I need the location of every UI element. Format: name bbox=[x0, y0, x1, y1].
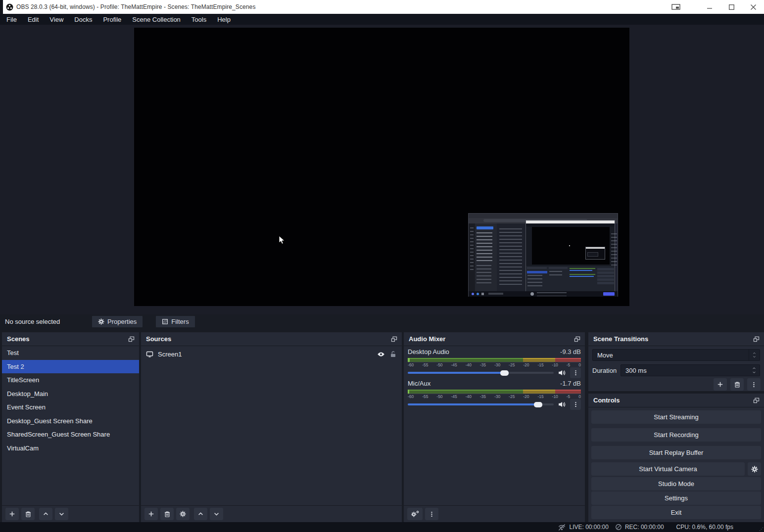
scene-item-desktop-main[interactable]: Desktop_Main bbox=[2, 387, 139, 401]
button-label: Start Recording bbox=[654, 431, 698, 439]
audio-mixer-panel: Audio Mixer Desktop Audio -9.3 dB -60-55… bbox=[404, 332, 585, 522]
add-transition-button[interactable] bbox=[714, 378, 727, 391]
spinbox-arrows-icon[interactable] bbox=[750, 365, 759, 376]
volume-slider-handle[interactable] bbox=[534, 402, 542, 407]
volume-slider[interactable] bbox=[408, 372, 554, 374]
source-item-screen1[interactable]: Screen1 bbox=[141, 347, 402, 361]
move-scene-down-button[interactable] bbox=[55, 508, 68, 520]
meter-scale: -60-55-50-45-40-35-30-25-20-15-10-50 bbox=[408, 394, 581, 399]
scene-label: TitleScreen bbox=[7, 376, 39, 384]
add-scene-button[interactable] bbox=[5, 508, 19, 520]
window-title: OBS 28.0.3 (64-bit, windows) - Profile: … bbox=[16, 3, 665, 10]
maximize-button[interactable] bbox=[720, 0, 742, 14]
close-button[interactable] bbox=[742, 0, 764, 14]
sources-toolbar bbox=[141, 505, 402, 522]
mixer-channel-mic-aux: Mic/Aux -1.7 dB -60-55-50-45-40-35-30-25… bbox=[404, 380, 585, 408]
virtual-camera-settings-button[interactable] bbox=[748, 462, 761, 476]
remove-source-button[interactable] bbox=[160, 508, 174, 520]
menu-help[interactable]: Help bbox=[212, 14, 236, 25]
button-label: Studio Mode bbox=[658, 480, 694, 488]
meter-scale: -60-55-50-45-40-35-30-25-20-15-10-50 bbox=[408, 362, 581, 367]
remove-transition-button[interactable] bbox=[730, 378, 744, 391]
exit-button[interactable]: Exit bbox=[591, 506, 761, 519]
scene-transitions-header[interactable]: Scene Transitions bbox=[588, 332, 764, 346]
menu-tools[interactable]: Tools bbox=[186, 14, 212, 25]
move-scene-up-button[interactable] bbox=[39, 508, 52, 520]
menu-profile[interactable]: Profile bbox=[97, 14, 127, 25]
scene-item-test[interactable]: Test bbox=[2, 346, 139, 360]
controls-title: Controls bbox=[593, 397, 620, 404]
dock-preview-icon[interactable] bbox=[665, 0, 687, 14]
popout-icon[interactable] bbox=[753, 397, 760, 404]
studio-mode-button[interactable]: Studio Mode bbox=[591, 477, 761, 490]
monitor-icon bbox=[146, 351, 153, 358]
minimize-button[interactable] bbox=[699, 0, 720, 14]
transition-select[interactable]: Move bbox=[592, 349, 760, 361]
scene-label: Test 2 bbox=[7, 363, 24, 370]
controls-header[interactable]: Controls bbox=[588, 394, 764, 407]
scene-item-desktop-guest-screen-share[interactable]: Desktop_Guest Screen Share bbox=[2, 414, 139, 428]
scene-transitions-title: Scene Transitions bbox=[593, 335, 648, 343]
channel-menu-button[interactable] bbox=[570, 399, 581, 410]
menu-file[interactable]: File bbox=[1, 14, 22, 25]
source-properties-button[interactable] bbox=[176, 508, 190, 520]
move-source-down-button[interactable] bbox=[210, 508, 223, 520]
duration-input[interactable]: 300 ms bbox=[621, 364, 760, 376]
scene-item-virtualcam[interactable]: VirtualCam bbox=[2, 442, 139, 455]
start-recording-button[interactable]: Start Recording bbox=[591, 428, 761, 442]
scene-label: Desktop_Main bbox=[7, 390, 48, 398]
lock-icon[interactable] bbox=[389, 351, 397, 358]
start-streaming-button[interactable]: Start Streaming bbox=[591, 410, 761, 424]
speaker-icon[interactable] bbox=[558, 400, 566, 408]
filter-icon bbox=[162, 318, 168, 325]
scenes-panel-header[interactable]: Scenes bbox=[2, 332, 139, 346]
button-label: Start Replay Buffer bbox=[649, 449, 704, 456]
menu-docks[interactable]: Docks bbox=[69, 14, 97, 25]
scene-item-sharedscreen-guest-screen-share[interactable]: SharedScreen_Guest Screen Share bbox=[2, 428, 139, 442]
scene-item-titlescreen[interactable]: TitleScreen bbox=[2, 373, 139, 387]
speaker-icon[interactable] bbox=[558, 369, 566, 377]
scene-item-event-screen[interactable]: Event Screen bbox=[2, 400, 139, 414]
sources-panel-header[interactable]: Sources bbox=[141, 332, 402, 346]
settings-button[interactable]: Settings bbox=[591, 491, 761, 505]
scene-label: Test bbox=[7, 349, 19, 356]
duration-label: Duration bbox=[592, 367, 621, 374]
program-preview[interactable] bbox=[134, 28, 629, 306]
visibility-eye-icon[interactable] bbox=[377, 351, 385, 358]
properties-button[interactable]: Properties bbox=[92, 316, 143, 327]
remove-scene-button[interactable] bbox=[21, 508, 35, 520]
popout-icon[interactable] bbox=[390, 336, 398, 343]
resize-grip[interactable]: ⋰ bbox=[759, 527, 763, 531]
start-virtual-camera-button[interactable]: Start Virtual Camera bbox=[591, 462, 745, 476]
volume-slider-handle[interactable] bbox=[500, 370, 509, 376]
menu-edit[interactable]: Edit bbox=[22, 14, 44, 25]
menu-view[interactable]: View bbox=[44, 14, 69, 25]
mixer-toolbar bbox=[404, 505, 585, 522]
popout-icon[interactable] bbox=[573, 336, 581, 343]
duration-value: 300 ms bbox=[625, 367, 647, 374]
menu-scene-collection[interactable]: Scene Collection bbox=[127, 14, 186, 25]
scene-item-test-2[interactable]: Test 2 bbox=[2, 360, 139, 374]
scene-transitions-panel: Scene Transitions Move Duration 300 ms bbox=[588, 332, 764, 391]
live-time: LIVE: 00:00:00 bbox=[569, 524, 608, 531]
transition-properties-button[interactable] bbox=[747, 378, 761, 391]
record-inactive-icon bbox=[615, 524, 622, 531]
scenes-toolbar bbox=[2, 505, 139, 522]
scenes-list: Test Test 2 TitleScreen Desktop_Main Eve… bbox=[2, 346, 139, 455]
popout-icon[interactable] bbox=[753, 336, 760, 343]
start-replay-buffer-button[interactable]: Start Replay Buffer bbox=[591, 446, 761, 459]
popout-icon[interactable] bbox=[128, 336, 135, 343]
move-source-up-button[interactable] bbox=[194, 508, 207, 520]
channel-menu-button[interactable] bbox=[570, 367, 581, 378]
channel-level-db: -9.3 dB bbox=[560, 348, 581, 355]
add-source-button[interactable] bbox=[144, 508, 158, 520]
volume-slider[interactable] bbox=[408, 403, 554, 405]
sources-title: Sources bbox=[146, 335, 171, 343]
mixer-menu-button[interactable] bbox=[425, 508, 438, 520]
filters-button[interactable]: Filters bbox=[156, 316, 194, 327]
stream-inactive-icon bbox=[558, 524, 566, 531]
gear-icon bbox=[98, 318, 104, 325]
channel-level-db: -1.7 dB bbox=[560, 380, 581, 387]
audio-mixer-header[interactable]: Audio Mixer bbox=[404, 332, 585, 346]
advanced-audio-properties-button[interactable] bbox=[407, 508, 423, 520]
